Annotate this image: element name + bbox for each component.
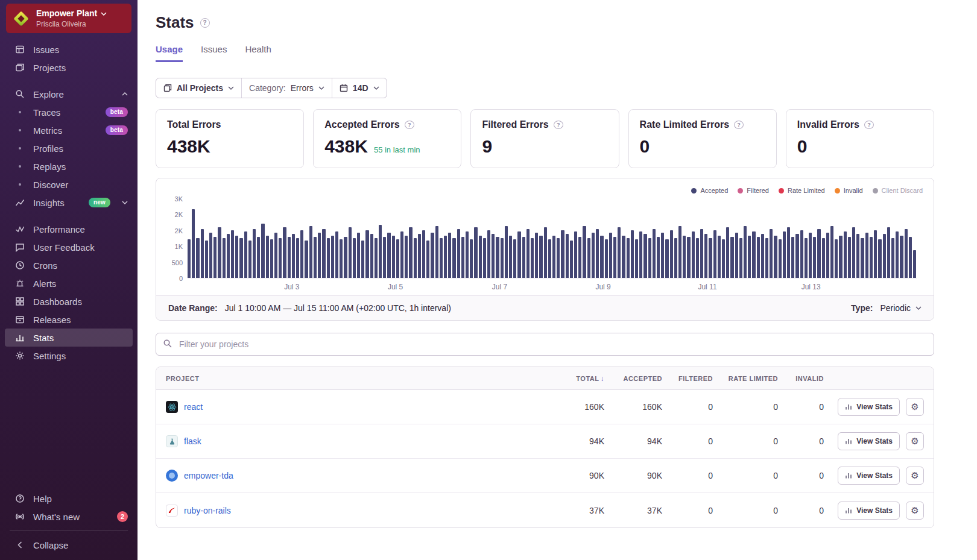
card-help-icon[interactable]: ?: [864, 121, 874, 129]
chart-bar[interactable]: [600, 236, 603, 278]
chart-bar[interactable]: [722, 239, 725, 278]
chart-bar[interactable]: [370, 234, 373, 278]
chart-bar[interactable]: [422, 230, 425, 278]
chart-bar[interactable]: [340, 239, 343, 278]
chart-bar[interactable]: [779, 239, 782, 278]
chart-bar[interactable]: [730, 237, 733, 278]
chart-bar[interactable]: [670, 230, 673, 278]
sidebar-item-discover[interactable]: Discover: [0, 175, 138, 193]
project-link[interactable]: empower-tda: [184, 471, 233, 480]
org-switcher[interactable]: Empower Plant Priscila Oliveira: [6, 4, 131, 33]
chart-bar[interactable]: [261, 224, 264, 278]
chart-bar[interactable]: [657, 237, 660, 278]
chart-bar[interactable]: [913, 250, 916, 278]
chart-bar[interactable]: [587, 238, 590, 278]
chart-bar[interactable]: [531, 238, 534, 278]
chart-bar[interactable]: [752, 231, 755, 278]
chart-bar[interactable]: [414, 238, 417, 278]
chart-bar[interactable]: [678, 226, 681, 278]
chart-bar[interactable]: [526, 229, 530, 278]
chart-bar[interactable]: [791, 237, 794, 278]
chart-bar[interactable]: [856, 234, 859, 278]
chart-bar[interactable]: [844, 231, 847, 278]
card-help-icon[interactable]: ?: [405, 121, 414, 129]
search-input[interactable]: [156, 333, 934, 356]
sidebar-item-crons[interactable]: Crons: [0, 256, 138, 274]
chart-bar[interactable]: [770, 229, 773, 278]
chart-bar[interactable]: [544, 227, 547, 278]
legend-item[interactable]: Client Discard: [873, 187, 923, 194]
chart-bar[interactable]: [218, 227, 221, 278]
chart-bar[interactable]: [387, 233, 390, 278]
chart-bar[interactable]: [418, 234, 421, 278]
chart-bar[interactable]: [618, 227, 621, 278]
chart-bar[interactable]: [235, 236, 238, 278]
chart-bar[interactable]: [270, 239, 273, 278]
chart-bar[interactable]: [357, 233, 360, 278]
view-stats-button[interactable]: View Stats: [838, 432, 900, 450]
chart-bar[interactable]: [627, 238, 630, 278]
legend-item[interactable]: Rate Limited: [779, 187, 825, 194]
chart-bars[interactable]: [188, 199, 917, 278]
chart-bar[interactable]: [891, 238, 894, 278]
chart-bar[interactable]: [817, 229, 820, 278]
chart-bar[interactable]: [457, 229, 460, 278]
project-settings-button[interactable]: ⚙: [906, 467, 924, 485]
chart-bar[interactable]: [244, 231, 247, 278]
chart-bar[interactable]: [848, 237, 851, 278]
sidebar-item-projects[interactable]: Projects: [0, 58, 138, 77]
chart-bar[interactable]: [748, 236, 751, 278]
chart-bar[interactable]: [826, 233, 829, 278]
chart-bar[interactable]: [683, 236, 686, 278]
chart-bar[interactable]: [700, 229, 703, 278]
sidebar-item-user-feedback[interactable]: User Feedback: [0, 238, 138, 256]
chart-bar[interactable]: [639, 231, 642, 278]
chart-bar[interactable]: [231, 230, 234, 278]
chart-bar[interactable]: [400, 231, 403, 278]
chart-bar[interactable]: [570, 241, 573, 278]
chart-bar[interactable]: [783, 231, 786, 278]
chart-bar[interactable]: [592, 233, 595, 278]
view-stats-button[interactable]: View Stats: [838, 398, 900, 416]
project-settings-button[interactable]: ⚙: [906, 398, 924, 416]
chart-bar[interactable]: [322, 229, 325, 278]
chart-bar[interactable]: [835, 239, 838, 278]
chart-bar[interactable]: [461, 237, 464, 278]
chart-bar[interactable]: [739, 238, 742, 278]
chart-bar[interactable]: [353, 238, 356, 278]
project-link[interactable]: ruby-on-rails: [184, 506, 231, 515]
chart-bar[interactable]: [188, 239, 191, 278]
chart-bar[interactable]: [309, 226, 312, 278]
type-dropdown[interactable]: Type: Periodic: [851, 303, 922, 313]
chart-bar[interactable]: [496, 237, 499, 278]
chart-bar[interactable]: [192, 209, 195, 278]
chart-bar[interactable]: [557, 238, 560, 278]
chart-bar[interactable]: [865, 233, 868, 278]
legend-item[interactable]: Invalid: [835, 187, 863, 194]
sidebar-item-help[interactable]: Help: [0, 489, 138, 508]
chart-bar[interactable]: [830, 226, 833, 278]
chart-bar[interactable]: [878, 239, 881, 278]
chart-bar[interactable]: [744, 226, 747, 278]
chart-bar[interactable]: [349, 227, 352, 278]
chart-bar[interactable]: [696, 238, 699, 278]
chart-bar[interactable]: [296, 238, 299, 278]
chart-bar[interactable]: [605, 239, 608, 278]
chart-bar[interactable]: [774, 236, 777, 278]
chart-bar[interactable]: [440, 238, 443, 278]
chart-bar[interactable]: [574, 231, 577, 278]
chart-bar[interactable]: [635, 239, 638, 278]
chart-bar[interactable]: [201, 229, 204, 278]
chart-bar[interactable]: [870, 237, 873, 278]
chart-bar[interactable]: [883, 234, 886, 278]
chart-bar[interactable]: [765, 238, 768, 278]
chart-bar[interactable]: [631, 230, 634, 278]
chart-bar[interactable]: [288, 237, 291, 278]
chart-bar[interactable]: [509, 236, 512, 278]
chart-bar[interactable]: [896, 231, 899, 278]
chart-bar[interactable]: [383, 237, 386, 278]
chart-bar[interactable]: [292, 234, 295, 278]
chart-bar[interactable]: [227, 234, 230, 278]
sidebar-item-stats[interactable]: Stats: [5, 329, 133, 347]
chart-bar[interactable]: [809, 233, 812, 278]
